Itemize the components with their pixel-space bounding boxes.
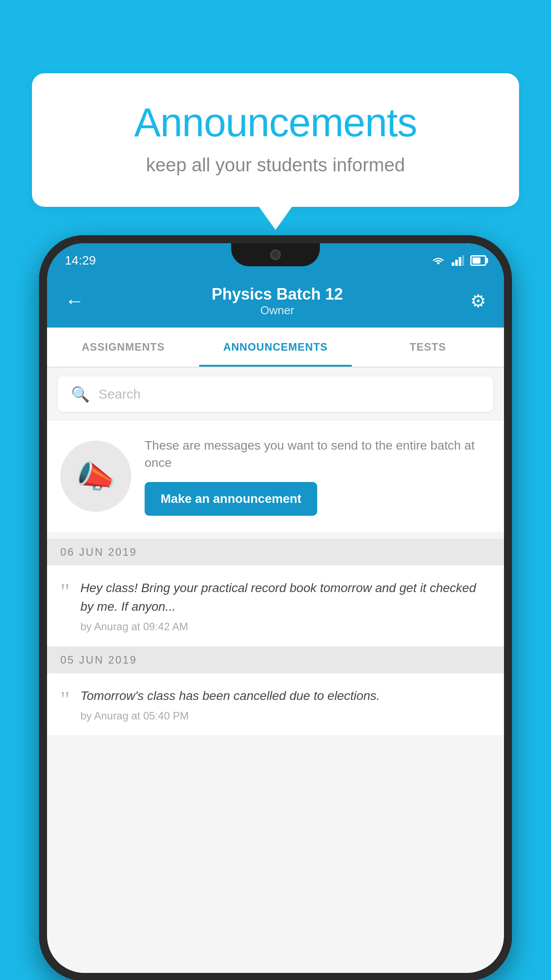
- front-camera: [270, 249, 281, 260]
- promo-description: These are messages you want to send to t…: [145, 437, 491, 471]
- date-separator-2: 05 JUN 2019: [47, 647, 504, 673]
- app-header: ← Physics Batch 12 Owner ⚙: [47, 274, 504, 328]
- announcement-meta-1: by Anurag at 09:42 AM: [80, 620, 491, 633]
- promo-card: 📣 These are messages you want to send to…: [47, 421, 504, 532]
- speech-bubble: Announcements keep all your students inf…: [32, 73, 519, 207]
- bubble-title: Announcements: [67, 100, 484, 146]
- tabs-bar: ASSIGNMENTS ANNOUNCEMENTS TESTS: [47, 328, 504, 368]
- announcement-content-2: Tomorrow's class has been cancelled due …: [80, 687, 491, 722]
- svg-rect-1: [455, 260, 458, 266]
- back-button[interactable]: ←: [65, 290, 84, 312]
- search-placeholder: Search: [98, 387, 141, 402]
- svg-rect-3: [462, 255, 464, 266]
- battery-icon: [470, 255, 486, 266]
- quote-icon-2: ": [60, 688, 70, 711]
- announcement-item-2[interactable]: " Tomorrow's class has been cancelled du…: [47, 673, 504, 736]
- tab-tests[interactable]: TESTS: [352, 328, 504, 367]
- announcement-text-1: Hey class! Bring your practical record b…: [80, 579, 491, 616]
- bubble-subtitle: keep all your students informed: [67, 154, 484, 176]
- date-separator-1: 06 JUN 2019: [47, 539, 504, 565]
- battery-fill: [472, 257, 480, 264]
- header-title: Physics Batch 12: [212, 285, 343, 304]
- announcement-item-1[interactable]: " Hey class! Bring your practical record…: [47, 565, 504, 647]
- tab-assignments[interactable]: ASSIGNMENTS: [47, 328, 199, 367]
- promo-right: These are messages you want to send to t…: [145, 437, 491, 516]
- announcement-meta-2: by Anurag at 05:40 PM: [80, 710, 491, 722]
- signal-icon: [452, 255, 464, 266]
- header-subtitle: Owner: [212, 304, 343, 317]
- announcement-text-2: Tomorrow's class has been cancelled due …: [80, 687, 491, 705]
- phone-frame: 14:29: [39, 235, 512, 980]
- promo-icon-circle: 📣: [60, 441, 131, 512]
- settings-button[interactable]: ⚙: [470, 291, 486, 311]
- megaphone-icon: 📣: [76, 458, 116, 495]
- svg-rect-2: [459, 257, 461, 266]
- make-announcement-button[interactable]: Make an announcement: [145, 482, 317, 516]
- wifi-icon: [431, 255, 445, 266]
- tab-announcements[interactable]: ANNOUNCEMENTS: [199, 328, 351, 367]
- search-bar[interactable]: 🔍 Search: [58, 376, 493, 412]
- header-title-group: Physics Batch 12 Owner: [212, 285, 343, 317]
- quote-icon-1: ": [60, 581, 70, 604]
- status-icons: [431, 252, 486, 266]
- search-icon: 🔍: [71, 385, 90, 403]
- phone-wrapper: 14:29: [39, 235, 512, 980]
- status-time: 14:29: [65, 250, 96, 268]
- content-area: 🔍 Search 📣 These are messages you want t…: [47, 368, 504, 973]
- svg-rect-0: [452, 262, 454, 266]
- announcement-content-1: Hey class! Bring your practical record b…: [80, 579, 491, 633]
- notch: [231, 243, 320, 266]
- phone-screen: 14:29: [47, 243, 504, 973]
